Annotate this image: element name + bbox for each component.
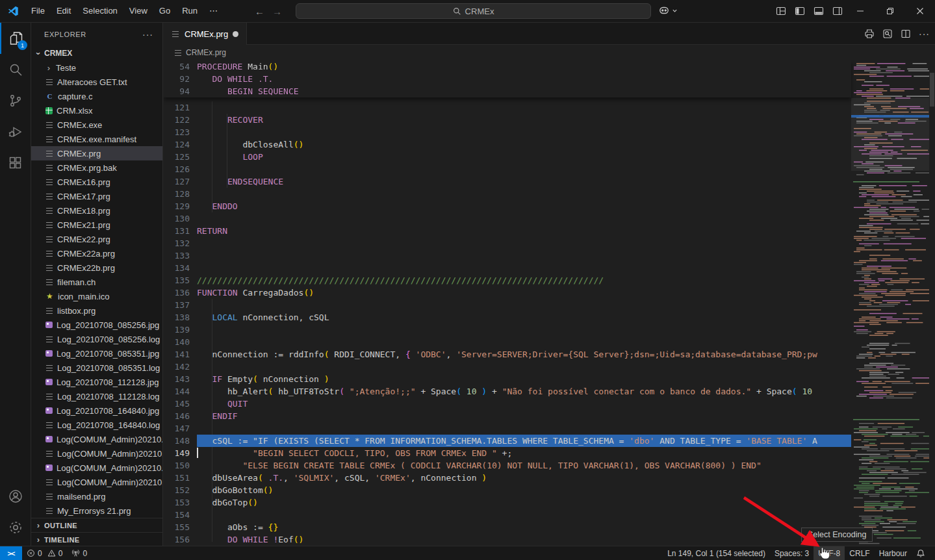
code-line-127[interactable]: 127 ENDSEQUENCE <box>164 175 851 188</box>
menu-selection[interactable]: Selection <box>77 0 123 22</box>
code-line-133[interactable]: 133 <box>164 249 851 262</box>
code-line-149[interactable]: 149 "BEGIN SELECT CODCLI, TIPO, OBS FROM… <box>164 447 851 459</box>
file-item[interactable]: Ccapture.c <box>31 89 162 103</box>
file-item[interactable]: Log_20210708_085256.log <box>31 332 162 346</box>
code-line-139[interactable]: 139 <box>164 324 851 336</box>
file-item[interactable]: ›Teste <box>31 60 162 75</box>
code-line-129[interactable]: 129 ENDDO <box>164 200 851 212</box>
code-line-128[interactable]: 128 <box>164 188 851 200</box>
code-line-122[interactable]: 122 RECOVER <box>164 114 851 126</box>
print-icon[interactable] <box>864 29 875 39</box>
search-editor-icon[interactable] <box>882 29 893 39</box>
more-actions-icon[interactable]: ··· <box>919 29 930 39</box>
notifications-bell-icon[interactable] <box>912 546 930 560</box>
copilot-icon[interactable] <box>658 5 678 16</box>
file-item[interactable]: CRMEx17.prg <box>31 189 162 203</box>
language-mode[interactable]: Harbour <box>875 546 912 560</box>
code-line-143[interactable]: 143 IF Empty( nConnection ) <box>164 373 851 385</box>
code-line-130[interactable]: 130 <box>164 212 851 225</box>
file-item[interactable]: CRMEx22.prg <box>31 232 162 246</box>
file-item[interactable]: Log(COMUM_Admin)20210... <box>31 461 162 475</box>
code-line-153[interactable]: 153 dbGoTop() <box>164 496 851 509</box>
code-line-134[interactable]: 134 <box>164 262 851 274</box>
code-line-148[interactable]: 148 cSQL := "IF (EXISTS (SELECT * FROM I… <box>164 435 851 447</box>
file-item[interactable]: Log(COMUM_Admin)20210... <box>31 446 162 461</box>
editor-scrollbar[interactable] <box>929 60 935 546</box>
file-item[interactable]: CRMEx22b.prg <box>31 261 162 275</box>
code-line-138[interactable]: 138 LOCAL nConnection, cSQL <box>164 311 851 324</box>
code-line-137[interactable]: 137 <box>164 299 851 311</box>
activity-extensions-icon[interactable] <box>0 147 31 179</box>
file-item[interactable]: mailsend.prg <box>31 489 162 503</box>
minimap[interactable] <box>851 60 929 546</box>
file-item[interactable]: ★icon_main.ico <box>31 289 162 303</box>
file-item[interactable]: CRMEx16.prg <box>31 175 162 189</box>
activity-explorer-icon[interactable]: 1 <box>0 23 31 54</box>
menu-view[interactable]: View <box>123 0 153 22</box>
menu-overflow[interactable]: ⋯ <box>203 0 224 22</box>
indentation-setting[interactable]: Spaces: 3 <box>770 546 813 560</box>
code-line-92[interactable]: 92 DO WHILE .T. <box>164 73 851 85</box>
nav-forward-icon[interactable]: → <box>272 6 282 17</box>
activity-source-control-icon[interactable] <box>0 85 31 116</box>
code-line-132[interactable]: 132 <box>164 237 851 249</box>
settings-gear-icon[interactable] <box>0 512 31 543</box>
code-line-144[interactable]: 144 hb_Alert( hb_UTF8ToStr( ";Atenção!;;… <box>164 385 851 398</box>
restore-button[interactable] <box>875 0 905 22</box>
menu-edit[interactable]: Edit <box>51 0 77 22</box>
code-line-135[interactable]: 135/////////////////////////////////////… <box>164 274 851 286</box>
accounts-icon[interactable] <box>0 481 31 512</box>
file-item[interactable]: Log_20210708_164840.jpg <box>31 403 162 418</box>
ports-indicator[interactable]: 0 <box>67 546 92 560</box>
file-item[interactable]: Log_20210708_164840.log <box>31 418 162 432</box>
nav-back-icon[interactable]: ← <box>255 6 264 17</box>
file-item[interactable]: CRM.xlsx <box>31 103 162 118</box>
breadcrumb[interactable]: CRMEx.prg <box>164 45 935 60</box>
code-line-150[interactable]: 150 "ELSE BEGIN CREATE TABLE CRMEx ( COD… <box>164 459 851 472</box>
toggle-panel-icon[interactable] <box>813 6 824 16</box>
tree-root-folder[interactable]: › CRMEX <box>31 46 162 60</box>
tab-crmex-prg[interactable]: CRMEx.prg <box>164 23 247 45</box>
file-item[interactable]: Log_20210708_112128.log <box>31 389 162 403</box>
explorer-more-actions-icon[interactable]: ··· <box>142 29 153 40</box>
file-item[interactable]: CRMEx18.prg <box>31 203 162 218</box>
code-line-94[interactable]: 94 BEGIN SEQUENCE <box>164 85 851 97</box>
toggle-secondary-sidebar-icon[interactable] <box>832 6 843 16</box>
remote-indicator[interactable]: >< <box>0 546 22 560</box>
code-line-145[interactable]: 145 QUIT <box>164 398 851 410</box>
file-item[interactable]: Log(COMUM_Admin)20210... <box>31 475 162 489</box>
scrollbar-slider[interactable] <box>930 73 934 107</box>
minimize-button[interactable] <box>845 0 875 22</box>
code-line-126[interactable]: 126 <box>164 163 851 175</box>
code-line-140[interactable]: 140 <box>164 336 851 348</box>
split-editor-icon[interactable] <box>901 29 911 39</box>
section-timeline[interactable]: ›TIMELINE <box>31 532 162 546</box>
file-item[interactable]: CRMEx.prg.bak <box>31 160 162 175</box>
code-line-142[interactable]: 142 <box>164 361 851 373</box>
command-center-search[interactable]: CRMEx <box>296 3 651 19</box>
sticky-scroll[interactable]: 54PROCEDURE Main()92 DO WHILE .T.94 BEGI… <box>164 60 851 97</box>
file-item[interactable]: Log_20210708_085351.log <box>31 361 162 375</box>
file-item[interactable]: Log(COMUM_Admin)20210... <box>31 432 162 446</box>
code-line-151[interactable]: 151 dbUseArea( .T., 'SQLMIX', cSQL, 'CRM… <box>164 472 851 484</box>
section-outline[interactable]: ›OUTLINE <box>31 518 162 532</box>
activity-search-icon[interactable] <box>0 54 31 85</box>
code-line-155[interactable]: 155 aObs := {} <box>164 521 851 533</box>
modified-dot-icon[interactable] <box>233 31 238 37</box>
customize-layout-icon[interactable] <box>776 6 786 16</box>
file-item[interactable]: CRMEx21.prg <box>31 218 162 232</box>
file-item[interactable]: My_Errorsys 21.prg <box>31 503 162 518</box>
code-line-141[interactable]: 141 nConnection := rddInfo( RDDI_CONNECT… <box>164 348 851 361</box>
cursor-position[interactable]: Ln 149, Col 1 (154 selected) <box>663 546 770 560</box>
close-button[interactable] <box>905 0 935 22</box>
file-item[interactable]: Alteracoes GET.txt <box>31 75 162 89</box>
file-item[interactable]: CRMEx.exe <box>31 118 162 132</box>
activity-run-debug-icon[interactable] <box>0 116 31 147</box>
problems-indicator[interactable]: 0 0 <box>22 546 67 560</box>
file-item[interactable]: Log_20210708_085351.jpg <box>31 346 162 361</box>
eol-setting[interactable]: CRLF <box>845 546 874 560</box>
menu-run[interactable]: Run <box>176 0 203 22</box>
code-line-124[interactable]: 124 dbCloseAll() <box>164 138 851 151</box>
code-line-136[interactable]: 136FUNCTION CarregaDados() <box>164 286 851 299</box>
code-line-123[interactable]: 123 <box>164 126 851 138</box>
